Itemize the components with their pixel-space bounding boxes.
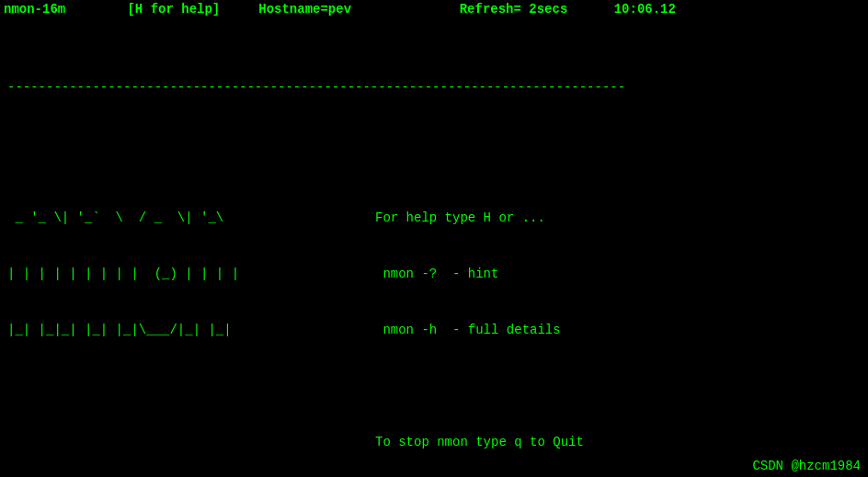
help-line-4 [375,377,584,395]
help-line-2: nmon -? - hint [375,265,584,283]
watermark: CSDN @hzcm1984 [752,459,861,473]
art-help-row: _ '_ \| '_` \ / _ \| '_\ | | | | | | | |… [7,171,861,477]
divider-1: ----------------------------------------… [7,78,861,97]
help-line-1: For help type H or ... [375,209,584,227]
ascii-art: _ '_ \| '_` \ / _ \| '_\ | | | | | | | |… [7,171,357,477]
help-line-5: To stop nmon type q to Quit [375,433,584,451]
terminal: nmon-16m [H for help] Hostname=pev Refre… [0,0,868,477]
art-line-3: |_| |_|_| |_| |_|\___/|_| |_| [7,321,357,339]
art-line-2: | | | | | | | | | (_) | | | | [7,265,357,283]
main-content: ----------------------------------------… [0,18,868,477]
art-line-1: _ '_ \| '_` \ / _ \| '_\ [7,209,357,227]
help-line-3: nmon -h - full details [375,321,584,339]
header-bar: nmon-16m [H for help] Hostname=pev Refre… [0,0,868,18]
help-text: For help type H or ... nmon -? - hint nm… [375,171,584,477]
